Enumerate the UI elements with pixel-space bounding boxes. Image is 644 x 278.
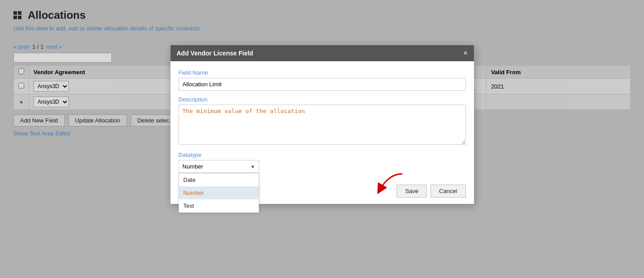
modal-close-button[interactable]: × [463,50,467,57]
modal-header: Add Vendor License Field × [171,45,474,61]
datatype-select-wrapper: Date Number Text ▼ Date Number Text [179,160,259,173]
field-name-label: Field Name [179,69,466,76]
datatype-label: Datatype [179,152,466,158]
dd-item-text[interactable]: Text [179,199,259,212]
save-button[interactable]: Save [397,185,427,198]
dd-item-number[interactable]: Number [179,186,259,199]
description-textarea[interactable] [179,105,466,145]
modal-body: Field Name Description Datatype Date Num… [171,61,474,180]
dd-item-date[interactable]: Date [179,173,259,186]
add-vendor-license-modal: Add Vendor License Field × Field Name De… [170,45,474,204]
description-label: Description [179,96,466,103]
datatype-dropdown-open: Date Number Text [179,173,259,213]
field-name-input[interactable] [179,78,466,91]
modal-overlay: Add Vendor License Field × Field Name De… [0,0,644,278]
modal-title: Add Vendor License Field [177,50,253,57]
datatype-select[interactable]: Date Number Text [179,160,259,173]
cancel-button[interactable]: Cancel [431,185,465,198]
